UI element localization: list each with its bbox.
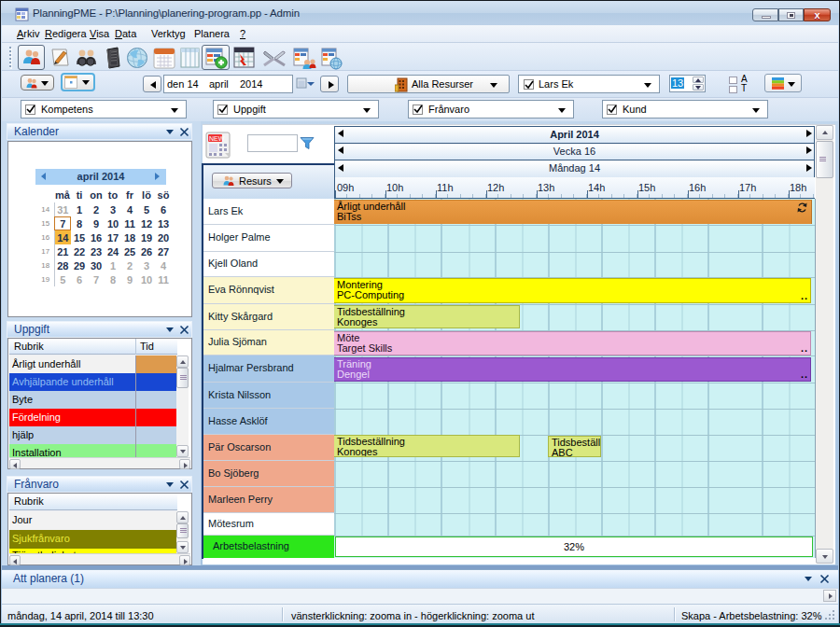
svg-text:NEW: NEW xyxy=(209,135,225,142)
